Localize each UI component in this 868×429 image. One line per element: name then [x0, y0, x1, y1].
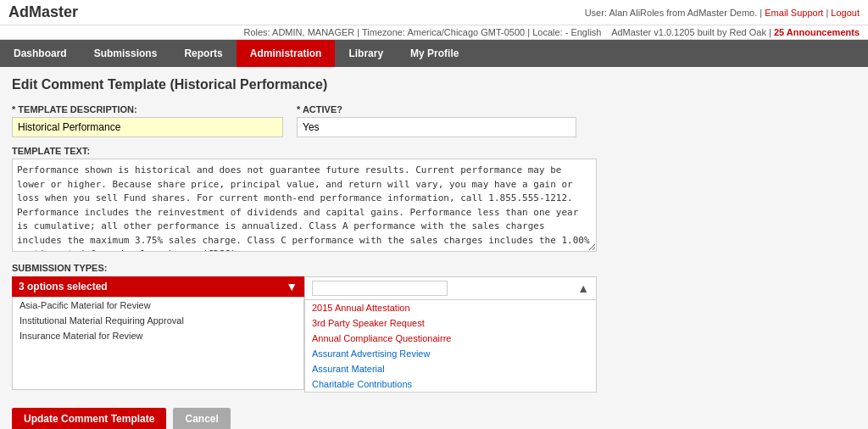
- page-title: Edit Comment Template (Historical Perfor…: [12, 77, 856, 92]
- template-text-group: TEMPLATE TEXT:: [12, 146, 856, 254]
- left-list-header: 3 options selected ▼: [12, 276, 304, 297]
- main-content: Edit Comment Template (Historical Perfor…: [0, 67, 868, 429]
- move-right-button[interactable]: ▼: [286, 280, 298, 293]
- user-info: User: Alan AliRoles from AdMaster Demo. …: [585, 8, 860, 18]
- submission-types-label: SUBMISSION TYPES:: [12, 263, 856, 273]
- list-item[interactable]: Annual Compliance Questionairre: [305, 331, 596, 346]
- left-list-box: Asia-Pacific Material for Review Institu…: [12, 297, 304, 390]
- user-label: User:: [585, 8, 609, 18]
- main-nav: Dashboard Submissions Reports Administra…: [0, 40, 868, 67]
- right-list-search[interactable]: [312, 281, 448, 296]
- nav-administration[interactable]: Administration: [236, 40, 336, 67]
- active-label: * ACTIVE?: [297, 104, 576, 114]
- submission-types-section: SUBMISSION TYPES: 3 options selected ▼ A…: [12, 263, 856, 393]
- list-item[interactable]: Assurant Material: [305, 361, 596, 376]
- template-text-input[interactable]: [12, 159, 597, 252]
- from-label: from: [666, 8, 687, 18]
- template-description-group: * TEMPLATE DESCRIPTION:: [12, 104, 283, 137]
- btn-row: Update Comment Template Cancel: [12, 408, 856, 429]
- template-description-input[interactable]: [12, 117, 283, 137]
- nav-reports[interactable]: Reports: [170, 40, 236, 67]
- move-left-button[interactable]: ▲: [577, 281, 589, 295]
- nav-library[interactable]: Library: [335, 40, 397, 67]
- list-item[interactable]: Insurance Material for Review: [13, 328, 303, 343]
- right-list-box: 2015 Annual Attestation 3rd Party Speake…: [304, 299, 597, 393]
- announcements-text[interactable]: 25 Announcements: [774, 27, 860, 37]
- dual-list: 3 options selected ▼ Asia-Pacific Materi…: [12, 276, 597, 393]
- logout-link[interactable]: Logout: [831, 8, 860, 18]
- list-item[interactable]: 3rd Party Speaker Request: [305, 315, 596, 331]
- nav-submissions[interactable]: Submissions: [81, 40, 171, 67]
- email-support-link[interactable]: Email Support: [765, 8, 823, 18]
- app-logo: AdMaster: [8, 3, 78, 21]
- nav-my-profile[interactable]: My Profile: [397, 40, 472, 67]
- template-text-label: TEMPLATE TEXT:: [12, 146, 856, 156]
- list-item[interactable]: Complaints: [305, 392, 596, 393]
- subheader-bar: Roles: ADMIN, MANAGER | Timezone: Americ…: [0, 25, 868, 40]
- top-bar: AdMaster User: Alan AliRoles from AdMast…: [0, 0, 868, 25]
- org-name: AdMaster Demo: [687, 8, 754, 18]
- version-text: AdMaster v1.0.1205 built by Red Oak: [611, 27, 766, 37]
- roles-text: Roles: ADMIN, MANAGER | Timezone: Americ…: [243, 27, 601, 37]
- list-item[interactable]: Asia-Pacific Material for Review: [13, 298, 303, 313]
- list-item[interactable]: 2015 Annual Attestation: [305, 300, 596, 315]
- template-description-label: * TEMPLATE DESCRIPTION:: [12, 104, 283, 114]
- form-row-1: * TEMPLATE DESCRIPTION: * ACTIVE?: [12, 104, 856, 137]
- left-list-count: 3 options selected: [19, 281, 108, 292]
- right-list-header: ▲: [304, 276, 597, 299]
- active-group: * ACTIVE?: [297, 104, 576, 137]
- active-input[interactable]: [297, 117, 576, 137]
- cancel-button[interactable]: Cancel: [173, 408, 230, 429]
- list-item[interactable]: Institutional Material Requiring Approva…: [13, 313, 303, 328]
- list-item[interactable]: Charitable Contributions: [305, 376, 596, 392]
- user-name: Alan AliRoles: [609, 8, 664, 18]
- nav-dashboard[interactable]: Dashboard: [0, 40, 81, 67]
- right-list-col: ▲ 2015 Annual Attestation 3rd Party Spea…: [304, 276, 597, 393]
- list-item[interactable]: Assurant Advertising Review: [305, 346, 596, 361]
- update-comment-template-button[interactable]: Update Comment Template: [12, 408, 166, 429]
- left-list-col: 3 options selected ▼ Asia-Pacific Materi…: [12, 276, 304, 393]
